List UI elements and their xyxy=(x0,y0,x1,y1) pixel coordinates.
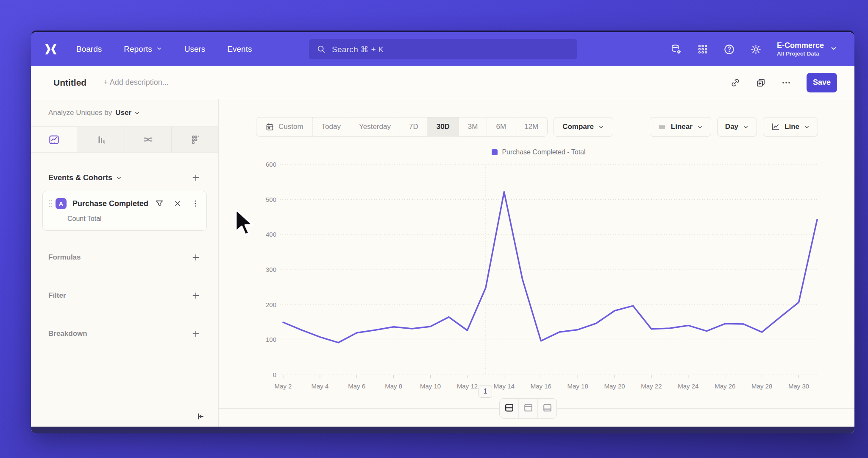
legend-item[interactable]: Purchase Completed - Total xyxy=(492,148,585,156)
top-nav: BoardsReportsUsersEvents Search ⌘ + K xyxy=(31,32,854,66)
settings-gear-icon[interactable] xyxy=(750,44,762,55)
nav-item-label: Users xyxy=(184,45,206,54)
filter-label: Filter xyxy=(48,291,66,300)
add-breakdown-button[interactable] xyxy=(191,329,200,338)
svg-text:May 6: May 6 xyxy=(348,383,365,390)
range-7d[interactable]: 7D xyxy=(400,117,428,136)
nav-item-label: Reports xyxy=(124,45,152,54)
event-more-options-icon[interactable] xyxy=(191,199,200,208)
apps-grid-icon[interactable] xyxy=(697,44,708,55)
add-formula-button[interactable] xyxy=(191,253,200,262)
event-series-badge: A xyxy=(56,198,67,209)
search-input[interactable]: Search ⌘ + K xyxy=(309,39,577,59)
window-bottom-edge xyxy=(31,427,854,433)
line-dropdown[interactable]: Line xyxy=(763,117,818,137)
event-measurement[interactable]: Count Total xyxy=(67,215,200,223)
analyze-uniques-row: Analyze Uniques by User xyxy=(48,109,200,117)
tab-scatter[interactable] xyxy=(172,127,218,152)
pagination-badge[interactable]: 1 xyxy=(479,385,492,398)
split-horizontal-icon xyxy=(504,402,515,415)
legend-swatch xyxy=(492,149,498,155)
filter-funnel-icon[interactable] xyxy=(155,199,164,208)
range-label: 12M xyxy=(524,123,538,131)
events-cohorts-label[interactable]: Events & Cohorts xyxy=(48,173,122,182)
chevron-down-icon xyxy=(697,124,703,130)
panel-top-icon xyxy=(523,402,534,415)
date-range-group: CustomTodayYesterday7D30D3M6M12M xyxy=(256,117,548,137)
svg-text:May 18: May 18 xyxy=(568,383,588,390)
nav-menu: BoardsReportsUsersEvents xyxy=(76,45,252,54)
breakdown-section: Breakdown xyxy=(48,329,200,338)
tab-bar-chart[interactable] xyxy=(78,127,125,152)
range-6m[interactable]: 6M xyxy=(487,117,515,136)
range-label: 30D xyxy=(437,123,450,131)
linear-dropdown[interactable]: Linear xyxy=(650,117,711,137)
formulas-section: Formulas xyxy=(48,253,200,262)
svg-text:0: 0 xyxy=(273,371,276,378)
range-label: 3M xyxy=(468,123,478,131)
layout-toggle-panel-top[interactable] xyxy=(519,399,538,418)
report-header: Untitled + Add description... Save xyxy=(31,66,854,99)
chevron-down-icon xyxy=(134,110,140,116)
svg-text:400: 400 xyxy=(266,231,276,238)
add-event-button[interactable] xyxy=(191,173,200,182)
nav-item-users[interactable]: Users xyxy=(184,45,206,54)
flow-sankey-icon xyxy=(142,134,154,145)
copy-link-icon[interactable] xyxy=(730,78,740,88)
chevron-down-icon xyxy=(598,124,604,130)
analyze-value-dropdown[interactable]: User xyxy=(115,109,140,117)
svg-text:May 24: May 24 xyxy=(678,383,698,390)
day-dropdown[interactable]: Day xyxy=(717,117,757,137)
range-3m[interactable]: 3M xyxy=(459,117,487,136)
data-management-icon[interactable] xyxy=(670,44,682,55)
range-label: 6M xyxy=(496,123,506,131)
event-card[interactable]: A Purchase Completed xyxy=(42,191,207,231)
svg-text:May 16: May 16 xyxy=(531,383,551,390)
layout-toggle-split-horizontal[interactable] xyxy=(500,399,519,418)
layout-toggle-panel-bottom[interactable] xyxy=(538,399,556,418)
duplicate-icon[interactable] xyxy=(756,78,766,88)
bar-chart-icon xyxy=(95,134,107,145)
svg-text:100: 100 xyxy=(266,336,276,343)
view-button-label: Line xyxy=(785,123,799,131)
nav-item-boards[interactable]: Boards xyxy=(76,45,102,54)
save-button[interactable]: Save xyxy=(807,73,837,92)
query-sidebar: Analyze Uniques by User xyxy=(31,99,219,427)
svg-text:May 26: May 26 xyxy=(715,383,735,390)
chart-panel: CustomTodayYesterday7D30D3M6M12M Compare… xyxy=(219,99,854,427)
remove-event-icon[interactable] xyxy=(173,199,182,208)
svg-text:May 10: May 10 xyxy=(420,383,441,390)
range-custom[interactable]: Custom xyxy=(256,117,313,136)
tab-insights-line[interactable] xyxy=(31,127,78,152)
chevron-down-icon xyxy=(804,124,810,130)
help-icon[interactable] xyxy=(723,44,735,55)
chevron-down-icon xyxy=(830,45,837,54)
nav-item-reports[interactable]: Reports xyxy=(124,45,162,54)
drag-handle-icon[interactable] xyxy=(48,199,53,208)
report-title[interactable]: Untitled xyxy=(53,78,86,88)
mixpanel-logo-icon[interactable] xyxy=(42,43,59,56)
project-subtitle: All Project Data xyxy=(777,50,824,57)
range-yesterday[interactable]: Yesterday xyxy=(350,117,400,136)
app-window: BoardsReportsUsersEvents Search ⌘ + K xyxy=(31,32,854,433)
filter-section: Filter xyxy=(48,291,200,300)
add-description-field[interactable]: + Add description... xyxy=(103,78,169,87)
nav-item-events[interactable]: Events xyxy=(227,45,252,54)
tab-flow[interactable] xyxy=(125,127,172,152)
svg-text:May 4: May 4 xyxy=(311,383,328,390)
svg-text:500: 500 xyxy=(266,196,276,203)
svg-text:May 2: May 2 xyxy=(275,383,292,390)
chart-toolbar: CustomTodayYesterday7D30D3M6M12M Compare… xyxy=(256,117,818,137)
event-name[interactable]: Purchase Completed xyxy=(72,199,155,208)
add-filter-button[interactable] xyxy=(191,291,200,300)
compare-dropdown[interactable]: Compare xyxy=(554,117,613,137)
line-chart: 0100200300400500600May 2May 4May 6May 8M… xyxy=(253,159,825,392)
range-today[interactable]: Today xyxy=(313,117,350,136)
range-30d[interactable]: 30D xyxy=(428,117,459,136)
more-options-icon[interactable] xyxy=(781,78,791,88)
range-12m[interactable]: 12M xyxy=(515,117,547,136)
chevron-down-icon xyxy=(116,175,122,181)
breakdown-label: Breakdown xyxy=(48,330,87,338)
collapse-sidebar-icon[interactable] xyxy=(195,411,206,422)
project-selector[interactable]: E-Commerce All Project Data xyxy=(777,41,837,57)
